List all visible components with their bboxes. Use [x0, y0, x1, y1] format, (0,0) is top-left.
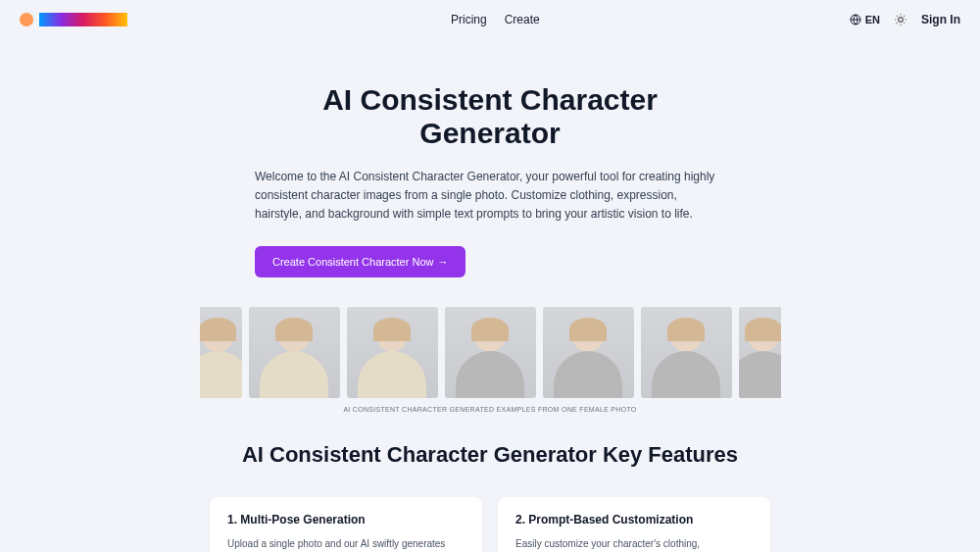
features-grid: 1. Multi-Pose Generation Upload a single… — [200, 497, 780, 552]
nav-pricing[interactable]: Pricing — [451, 13, 487, 26]
page-title: AI Consistent Character Generator — [255, 83, 725, 150]
language-selector[interactable]: EN — [850, 14, 880, 25]
hero-section: AI Consistent Character Generator Welcom… — [235, 83, 745, 277]
arrow-right-icon: → — [437, 256, 448, 268]
gallery-image — [249, 307, 340, 398]
lang-label: EN — [865, 14, 880, 25]
features-title: AI Consistent Character Generator Key Fe… — [0, 442, 980, 468]
svg-point-2 — [899, 18, 904, 23]
feature-card-2: 2. Prompt-Based Customization Easily cus… — [498, 497, 770, 552]
gallery-caption: AI CONSISTENT CHARACTER GENERATED EXAMPL… — [0, 406, 980, 413]
svg-line-9 — [897, 23, 898, 24]
create-character-button[interactable]: Create Consistent Character Now → — [255, 246, 466, 277]
feature-card-1: 1. Multi-Pose Generation Upload a single… — [210, 497, 482, 552]
gallery-image — [445, 307, 536, 398]
logo-icon — [20, 13, 33, 26]
theme-toggle-icon[interactable] — [894, 13, 907, 26]
header-right: EN Sign In — [850, 13, 960, 26]
gallery-image — [347, 307, 438, 398]
gallery-image — [739, 307, 781, 398]
gallery-image — [641, 307, 732, 398]
feature-desc: Upload a single photo and our AI swiftly… — [227, 536, 465, 552]
nav-create[interactable]: Create — [505, 13, 540, 26]
cta-label: Create Consistent Character Now — [272, 256, 433, 268]
main-content: AI Consistent Character Generator Welcom… — [0, 39, 980, 552]
logo-bar — [39, 13, 127, 26]
svg-line-6 — [904, 23, 905, 24]
gallery-image — [200, 307, 242, 398]
svg-line-5 — [897, 16, 898, 17]
logo[interactable] — [20, 13, 127, 26]
signin-button[interactable]: Sign In — [921, 13, 960, 26]
globe-icon — [850, 14, 861, 25]
hero-description: Welcome to the AI Consistent Character G… — [255, 168, 725, 225]
header: Pricing Create EN Sign In — [0, 0, 980, 39]
features-section: AI Consistent Character Generator Key Fe… — [0, 442, 980, 552]
feature-title: 1. Multi-Pose Generation — [227, 513, 465, 527]
nav-links: Pricing Create — [451, 13, 540, 26]
svg-line-10 — [904, 16, 905, 17]
example-gallery — [200, 307, 781, 398]
feature-desc: Easily customize your character's clothi… — [515, 536, 753, 552]
gallery-image — [543, 307, 634, 398]
feature-title: 2. Prompt-Based Customization — [515, 513, 753, 527]
